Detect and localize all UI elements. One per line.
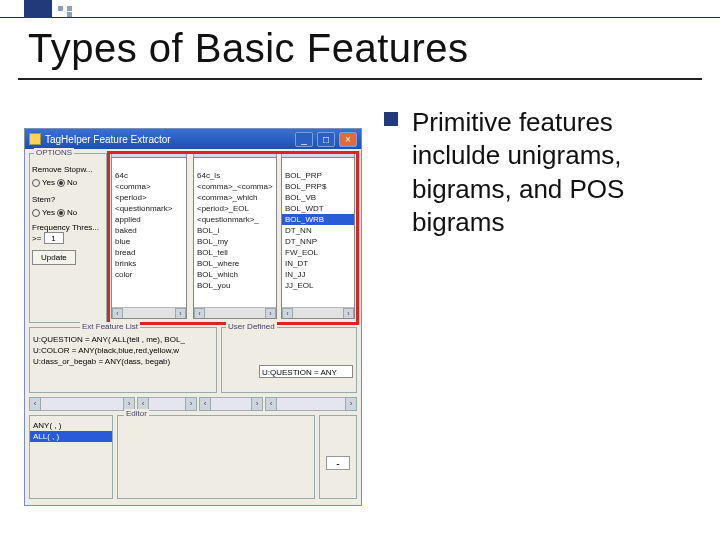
list-item[interactable]: 64c_is (194, 170, 276, 181)
stem-yes-radio[interactable] (32, 209, 40, 217)
list-item[interactable]: BOL_my (194, 236, 276, 247)
radio-label-no: No (67, 208, 77, 217)
user-defined-input[interactable]: U:QUESTION = ANY (259, 365, 353, 378)
remove-stopwords-label: Remove Stopw... (32, 165, 104, 174)
unigram-listbox[interactable]: 64c<comma><period><questionmark>appliedb… (111, 157, 187, 319)
list-item[interactable]: IN_JJ (282, 269, 354, 280)
scroll-right-icon[interactable]: › (185, 397, 197, 411)
scroll-right-icon[interactable]: › (251, 397, 263, 411)
listbox-hscroll[interactable]: ‹ › (194, 307, 276, 318)
editor-legend: Editor (124, 409, 149, 418)
list-item[interactable]: IN_DT (282, 258, 354, 269)
list-item[interactable]: <comma>_<comma> (194, 181, 276, 192)
list-item[interactable]: BOL_VB (282, 192, 354, 203)
list-item[interactable]: 64c (112, 170, 186, 181)
scroll-left-icon[interactable]: ‹ (282, 308, 293, 319)
scroll-left-icon[interactable]: ‹ (112, 308, 123, 319)
slide-accent-dot (67, 6, 72, 11)
middle-scroll-region: ‹ › ‹ › ‹ › ‹ › (29, 397, 357, 411)
ext-feature-line: U:QUESTION = ANY( ALL(tell , me), BOL_ (30, 334, 216, 345)
list-item[interactable]: FW_EOL (282, 247, 354, 258)
list-item[interactable]: <comma> (112, 181, 186, 192)
combiner-listbox[interactable]: ANY( , )ALL( , ) (29, 415, 113, 499)
list-item[interactable]: applied (112, 214, 186, 225)
scroll-track[interactable] (29, 397, 135, 411)
taghelper-window: TagHelper Feature Extractor _ □ × OPTION… (24, 128, 362, 506)
freq-op: >= (32, 234, 41, 243)
editor-panel[interactable]: Editor (117, 415, 315, 499)
freq-value-input[interactable]: 1 (44, 232, 64, 244)
list-item[interactable]: BOL_PRP$ (282, 181, 354, 192)
list-item[interactable]: <comma>_which (194, 192, 276, 203)
slide-accent-dot (67, 12, 72, 17)
scroll-left-icon[interactable]: ‹ (199, 397, 211, 411)
list-item[interactable]: BOL_tell (194, 247, 276, 258)
slide-accent-block (24, 0, 52, 18)
ext-feature-panel: Ext Feature List U:QUESTION = ANY( ALL(t… (29, 327, 217, 393)
scroll-right-icon[interactable]: › (345, 397, 357, 411)
list-item[interactable]: <period> (112, 192, 186, 203)
bullet-text: Primitive features inclulde unigrams, bi… (412, 106, 680, 239)
maximize-button[interactable]: □ (317, 132, 335, 147)
listbox-hscroll[interactable]: ‹ › (112, 307, 186, 318)
update-button[interactable]: Update (32, 250, 76, 265)
list-item[interactable]: ANY( , ) (30, 420, 112, 431)
ext-feature-line: U:COLOR = ANY(black,blue,red,yellow,w (30, 345, 216, 356)
scroll-left-icon[interactable]: ‹ (194, 308, 205, 319)
scroll-right-icon[interactable]: › (175, 308, 186, 319)
scroll-left-icon[interactable]: ‹ (29, 397, 41, 411)
user-defined-panel: User Defined U:QUESTION = ANY (221, 327, 357, 393)
list-item[interactable]: blue (112, 236, 186, 247)
ext-feature-line: U:dass_or_begab = ANY(dass, begab) (30, 356, 216, 367)
list-item[interactable]: BOL_WDT (282, 203, 354, 214)
list-item[interactable]: brinks (112, 258, 186, 269)
options-panel: OPTIONS Remove Stopw... Yes No Stem? Yes… (29, 153, 107, 323)
list-item[interactable]: <period>_EOL (194, 203, 276, 214)
list-item[interactable]: <questionmark>_ (194, 214, 276, 225)
title-underline (18, 78, 702, 80)
right-tail-panel: - (319, 415, 357, 499)
window-title: TagHelper Feature Extractor (45, 134, 291, 145)
list-item[interactable]: ALL( , ) (30, 431, 112, 442)
stem-label: Stem? (32, 195, 104, 204)
list-item[interactable]: color (112, 269, 186, 280)
list-item[interactable]: BOL_where (194, 258, 276, 269)
list-item[interactable]: baked (112, 225, 186, 236)
remove-stop-yes-radio[interactable] (32, 179, 40, 187)
list-item[interactable]: DT_NNP (282, 236, 354, 247)
radio-label-yes: Yes (42, 208, 55, 217)
ext-feature-legend: Ext Feature List (80, 322, 140, 331)
slide-top-border (0, 0, 720, 18)
app-icon (29, 133, 41, 145)
list-item[interactable]: DT_NN (282, 225, 354, 236)
bigram-listbox[interactable]: 64c_is<comma>_<comma><comma>_which<perio… (193, 157, 277, 319)
list-item[interactable]: BOL_i (194, 225, 276, 236)
list-item[interactable]: <questionmark> (112, 203, 186, 214)
list-item[interactable]: BOL_you (194, 280, 276, 291)
scroll-track[interactable] (265, 397, 357, 411)
stem-no-radio[interactable] (57, 209, 65, 217)
list-item[interactable]: BOL_WRB (282, 214, 354, 225)
remove-button[interactable]: - (326, 456, 350, 470)
bullet-item: Primitive features inclulde unigrams, bi… (384, 106, 680, 239)
options-legend: OPTIONS (34, 148, 74, 157)
list-item[interactable]: BOL_which (194, 269, 276, 280)
list-item[interactable]: bread (112, 247, 186, 258)
listbox-hscroll[interactable]: ‹ › (282, 307, 354, 318)
scroll-left-icon[interactable]: ‹ (265, 397, 277, 411)
list-item[interactable]: JJ_EOL (282, 280, 354, 291)
window-titlebar[interactable]: TagHelper Feature Extractor _ □ × (25, 129, 361, 149)
slide-accent-dot (58, 6, 63, 11)
close-button[interactable]: × (339, 132, 357, 147)
minimize-button[interactable]: _ (295, 132, 313, 147)
user-defined-legend: User Defined (226, 322, 277, 331)
bullet-icon (384, 112, 398, 126)
posbigram-listbox[interactable]: BOL_PRPBOL_PRP$BOL_VBBOL_WDTBOL_WRBDT_NN… (281, 157, 355, 319)
radio-label-no: No (67, 178, 77, 187)
scroll-right-icon[interactable]: › (265, 308, 276, 319)
list-item[interactable]: BOL_PRP (282, 170, 354, 181)
scroll-right-icon[interactable]: › (343, 308, 354, 319)
remove-stop-no-radio[interactable] (57, 179, 65, 187)
freq-threshold-label: Frequency Thres... (32, 223, 99, 232)
radio-label-yes: Yes (42, 178, 55, 187)
